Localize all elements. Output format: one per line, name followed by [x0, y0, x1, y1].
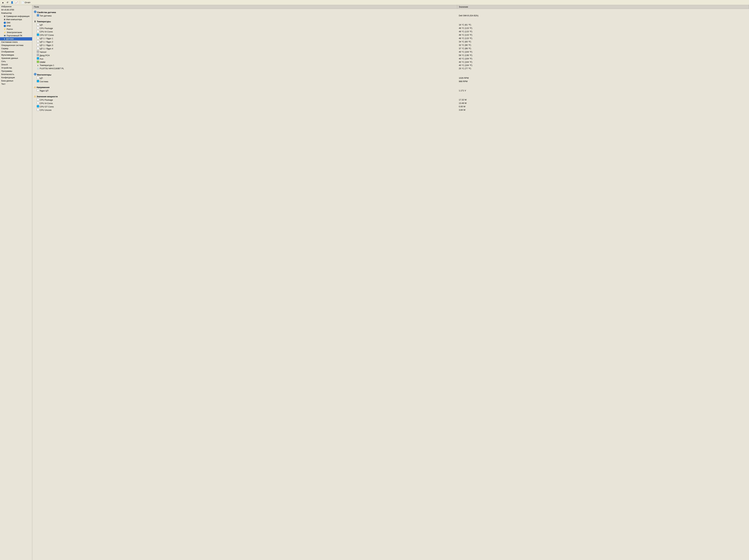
- row-label: 🌡Температура 1: [32, 64, 457, 67]
- row-value: 34 °C (93 °F): [457, 40, 749, 43]
- sidebar-item-dmi[interactable]: 🔵DMI: [0, 21, 32, 24]
- table-row: 🌡Температура 140 °C (104 °F): [32, 64, 749, 67]
- sidebar-label-database: База данных: [1, 80, 13, 82]
- sidebar-item-version[interactable]: 64 v5.60.3700: [0, 8, 32, 12]
- sidebar-item-razgon[interactable]: ⚡Разгон: [0, 28, 32, 31]
- sidebar-item-computername[interactable]: 🖥Имя компьютера: [0, 18, 32, 21]
- row-label: ЦП 1 / Ядро 3: [32, 43, 457, 47]
- row-value: 46 °C (115 °F): [457, 30, 749, 33]
- back-button[interactable]: ▲: [1, 0, 5, 4]
- sidebar-label-sysboard: Системная плата: [1, 41, 18, 43]
- sidebar-item-network[interactable]: Сеть: [0, 60, 32, 63]
- sidebar-item-storage[interactable]: Хранение данных: [0, 57, 32, 60]
- row-label: CPU Package: [32, 98, 457, 102]
- sidebar-label-summary: Суммарная информация: [6, 15, 29, 17]
- row-value: 17.32 W: [457, 98, 749, 102]
- user-button[interactable]: 👤: [10, 0, 14, 4]
- row-value: 40 °C (104 °F): [457, 50, 749, 53]
- row-label: CPU GT Cores: [32, 33, 457, 37]
- sidebar-item-server[interactable]: Сервер: [0, 47, 32, 50]
- sidebar-label-server: Сервер: [1, 47, 8, 50]
- table-row: Диод PCH58 °C (136 °F): [32, 53, 749, 57]
- row-color-icon: [37, 33, 39, 36]
- table-row: CPU IA Cores46 °C (115 °F): [32, 30, 749, 33]
- table-row: Aux40 °C (104 °F): [32, 57, 749, 60]
- row-color-icon: [37, 89, 39, 91]
- row-label: Тип датчика: [32, 14, 457, 17]
- sidebar-label-test: Тест: [1, 83, 5, 85]
- row-value: 13.48 W: [457, 102, 749, 105]
- report-icon: 📄: [21, 1, 24, 4]
- sidebar-item-devices[interactable]: Устройства: [0, 66, 32, 69]
- row-color-icon: [37, 30, 39, 32]
- sidebar-item-test[interactable]: Тест: [0, 83, 32, 86]
- sidebar-label-devices: Устройства: [1, 67, 12, 69]
- row-label: ЦП 1 / Ядро 2: [32, 40, 457, 43]
- sidebar-item-multimedia[interactable]: Мультимедиа: [0, 53, 32, 57]
- temp-icon: 🌡: [37, 64, 39, 67]
- sidebar-item-security[interactable]: Безопасность: [0, 73, 32, 76]
- sidebar-label-config: Конфигурация: [1, 76, 15, 79]
- row-color-icon: [37, 37, 39, 39]
- sidebar-item-database[interactable]: База данных: [0, 79, 32, 83]
- row-label: 💿FUJITSU MHV2160BT PL: [32, 67, 457, 70]
- report-button[interactable]: 📄 Отчёт: [21, 1, 30, 4]
- row-label: Чипсет: [32, 50, 457, 53]
- sidebar-item-display[interactable]: Отображение: [0, 50, 32, 53]
- sidebar-item-izbrannoye[interactable]: Избранное: [0, 5, 32, 8]
- sidebar-item-electropit[interactable]: ⚡Электропитание: [0, 31, 32, 34]
- row-color-icon: [37, 105, 39, 107]
- row-color-icon: [37, 44, 39, 46]
- row-label: ЦП: [32, 23, 457, 26]
- sidebar-item-os[interactable]: Операционная система: [0, 44, 32, 47]
- sidebar-item-config[interactable]: Конфигурация: [0, 76, 32, 79]
- sidebar-item-directx[interactable]: DirectX: [0, 63, 32, 66]
- sidebar-item-sysboard[interactable]: Системная плата: [0, 41, 32, 44]
- row-color-icon: [37, 27, 39, 29]
- sidebar-item-ipmi[interactable]: 🔵IPMI: [0, 24, 32, 28]
- section-header: Свойства датчика: [32, 9, 749, 14]
- table-row: CPU Uncore3.84 W: [32, 108, 749, 112]
- toolbar: ▲ ↺ 👤 📈 📄 Отчёт: [0, 0, 749, 5]
- row-label: ЦП: [32, 76, 457, 80]
- sidebar-item-summary[interactable]: 🖥Суммарная информация: [0, 15, 32, 18]
- row-value: 1.171 V: [457, 89, 749, 92]
- sidebar-item-datchiki[interactable]: 🌡Датчики: [0, 37, 32, 41]
- section-header: ⚠Напряжения: [32, 84, 749, 89]
- sidebar-item-portativ[interactable]: 💻Портативный ПК: [0, 34, 32, 37]
- table-row: ЦП 1 / Ядро 146 °C (115 °F): [32, 37, 749, 40]
- table-row: Ядро ЦП1.171 V: [32, 89, 749, 92]
- row-value: 32 °C (90 °F): [457, 43, 749, 47]
- row-label: Aux: [32, 57, 457, 60]
- row-label: ЦП 1 / Ядро 4: [32, 47, 457, 50]
- row-value: 58 °C (136 °F): [457, 53, 749, 57]
- section-title: 🌡Температуры: [32, 19, 749, 23]
- disk-icon: 💿: [37, 67, 39, 70]
- table-row: CPU GT Cores0.00 W: [32, 105, 749, 108]
- sidebar-label-directx: DirectX: [1, 64, 8, 66]
- table-row: ЦП16 °C (61 °F): [32, 23, 749, 26]
- row-color-icon: [37, 102, 39, 104]
- table-row: CPU Package46 °C (115 °F): [32, 26, 749, 30]
- sidebar-label-izbrannoye: Избранное: [1, 5, 12, 8]
- chart-button[interactable]: 📈: [15, 0, 18, 4]
- table-row: DIMM40 °C (104 °F): [32, 60, 749, 64]
- row-value: Dell SMI-B (ISA B2h): [457, 14, 749, 17]
- sidebar-icon-razgon: ⚡: [3, 28, 6, 30]
- gray-icon: [37, 50, 39, 53]
- row-value: 46 °C (115 °F): [457, 33, 749, 37]
- spacer-row: [32, 112, 749, 113]
- section-title: Вентиляторы: [32, 71, 749, 76]
- row-value: 1026 RPM: [457, 76, 749, 80]
- spacer-row: [32, 92, 749, 93]
- section-warn-icon: ⚠: [34, 86, 36, 89]
- sidebar-item-computer[interactable]: Компьютер: [0, 12, 32, 15]
- row-color-icon: [37, 80, 39, 82]
- table-row: CPU Package17.32 W: [32, 98, 749, 102]
- table-row: CPU GT Cores46 °C (115 °F): [32, 33, 749, 37]
- sidebar-label-multimedia: Мультимедиа: [1, 54, 14, 56]
- row-value: 46 °C (115 °F): [457, 37, 749, 40]
- refresh-button[interactable]: ↺: [5, 0, 9, 4]
- sidebar-item-programs[interactable]: Программы: [0, 69, 32, 73]
- section-title: Свойства датчика: [32, 9, 749, 14]
